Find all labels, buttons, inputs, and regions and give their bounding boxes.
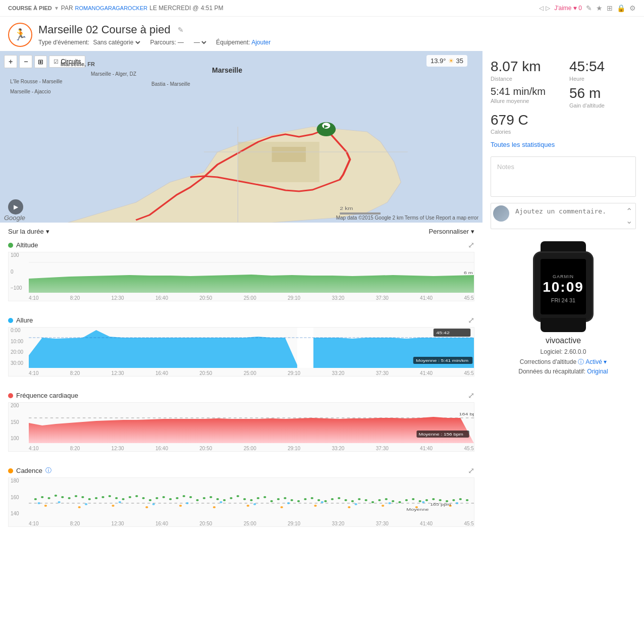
- svg-point-63: [257, 497, 259, 499]
- title-edit-icon[interactable]: ✎: [178, 26, 184, 34]
- top-bar-actions: ◁ ▷ J'aime ♥ 0 ✎ ★ ⊞ 🔒 ⚙: [539, 4, 636, 12]
- svg-point-70: [304, 498, 306, 500]
- calories-label: Calories: [491, 129, 557, 135]
- svg-point-116: [280, 506, 283, 508]
- location-label-1: L'île Rousse - Marseille: [10, 79, 63, 84]
- cadence-chart-title: Cadence ⓘ: [8, 466, 51, 475]
- svg-text:6 m: 6 m: [464, 270, 473, 275]
- like-button[interactable]: J'aime ♥ 0: [554, 5, 582, 12]
- svg-point-56: [209, 496, 212, 498]
- location-label-marseille: Marseille: [212, 66, 242, 74]
- activity-type: COURSE À PIED: [8, 5, 52, 11]
- parcours-select[interactable]: —: [192, 38, 208, 46]
- svg-text:▶: ▶: [324, 124, 329, 128]
- allure-expand-icon[interactable]: ⤢: [468, 315, 474, 325]
- svg-point-111: [112, 505, 114, 507]
- svg-point-99: [152, 503, 155, 505]
- add-equipment-link[interactable]: Ajouter: [251, 39, 271, 46]
- left-panel: 2 km ▶ + − ⊞ ☑ Circuits: [0, 51, 482, 541]
- allure-dot: [8, 318, 13, 323]
- altitude-dot: [8, 243, 13, 248]
- svg-point-80: [371, 501, 374, 503]
- altitude-chart-section: Altitude ⤢ 100 0 −100: [0, 240, 482, 309]
- cadence-chart-header: Cadence ⓘ ⤢: [8, 466, 474, 475]
- svg-point-92: [452, 499, 455, 501]
- svg-point-97: [85, 503, 87, 505]
- svg-point-58: [223, 499, 226, 501]
- duration-select[interactable]: Sur la durée ▾: [8, 228, 49, 235]
- svg-point-81: [378, 499, 381, 501]
- map-container[interactable]: 2 km ▶ + − ⊞ ☑ Circuits: [0, 51, 482, 223]
- cadence-svg: Moyenne 165 ppm: [29, 478, 474, 518]
- altitude-info-icon[interactable]: ⓘ: [578, 358, 584, 365]
- svg-point-119: [382, 505, 384, 507]
- data-value-link[interactable]: Original: [587, 368, 608, 375]
- svg-point-69: [297, 500, 300, 502]
- svg-point-113: [179, 505, 182, 507]
- prev-arrow[interactable]: ◁: [539, 5, 544, 12]
- activity-header: 🏃 Marseille 02 Course à pied ✎ Type d'év…: [0, 17, 644, 51]
- svg-point-50: [169, 498, 172, 500]
- zoom-out-button[interactable]: −: [19, 55, 32, 68]
- customize-button[interactable]: Personnaliser ▾: [429, 228, 475, 235]
- heartrate-expand-icon[interactable]: ⤢: [468, 391, 474, 400]
- watch-screen: GARMIN 10:09 FRI 24 31: [541, 259, 586, 314]
- location-label-2: Marseille - Ajaccio: [10, 89, 51, 94]
- settings-icon[interactable]: ⚙: [629, 4, 636, 12]
- wind-speed: 35: [456, 57, 463, 65]
- svg-point-53: [189, 496, 192, 498]
- event-type-label: Type d'événement: Sans catégorie: [38, 38, 142, 46]
- map-play-button[interactable]: ▶: [8, 199, 23, 214]
- like-count: 0: [578, 5, 582, 12]
- author-link[interactable]: ROMANOGARAGAROCKER: [75, 5, 148, 11]
- cadence-info-icon[interactable]: ⓘ: [45, 466, 51, 475]
- comment-input[interactable]: [513, 205, 621, 220]
- allure-chart-section: Allure ⤢ 0:00 10:00 20:00 30:00: [0, 315, 482, 385]
- layers-button[interactable]: ⊞: [34, 56, 47, 68]
- svg-point-105: [354, 503, 357, 505]
- lock-icon[interactable]: 🔒: [617, 4, 625, 12]
- notes-box[interactable]: Notes: [491, 156, 636, 197]
- edit-icon[interactable]: ✎: [586, 4, 592, 12]
- comment-expand-icon[interactable]: ⌃: [626, 206, 632, 216]
- notes-placeholder: Notes: [497, 163, 514, 171]
- all-stats-link[interactable]: Toutes les statistiques: [491, 141, 636, 148]
- distance-label: Distance: [491, 76, 557, 82]
- svg-text:45:42: 45:42: [436, 330, 450, 335]
- svg-point-59: [230, 497, 232, 499]
- cadence-chart: 180 160 140: [8, 477, 474, 527]
- svg-point-89: [432, 498, 435, 500]
- main-content: 2 km ▶ + − ⊞ ☑ Circuits: [0, 51, 644, 541]
- event-type-select[interactable]: Sans catégorie: [91, 38, 142, 46]
- star-icon[interactable]: ★: [596, 4, 603, 12]
- svg-point-112: [145, 506, 148, 508]
- comment-area: ⌃ ⌄: [491, 203, 636, 229]
- svg-marker-14: [29, 275, 474, 293]
- watch-strap-bottom: [541, 318, 586, 332]
- google-logo: Google: [4, 214, 25, 222]
- cadence-x-labels: 4:10 8:20 12:30 16:40 20:50 25:00 29:10 …: [29, 520, 474, 526]
- svg-point-68: [291, 499, 293, 501]
- comment-collapse-icon[interactable]: ⌄: [626, 216, 632, 226]
- share-icon[interactable]: ⊞: [607, 4, 613, 12]
- svg-point-77: [351, 500, 354, 502]
- altitude-expand-icon[interactable]: ⤢: [468, 240, 474, 250]
- altitude-correction-info: Corrections d'altitude ⓘ Activé ▾: [518, 357, 608, 367]
- svg-point-67: [284, 497, 286, 499]
- altitude-value-dropdown[interactable]: Activé ▾: [585, 358, 607, 365]
- next-arrow[interactable]: ▷: [546, 5, 550, 12]
- svg-point-95: [37, 502, 40, 504]
- day-label: LE MERCREDI @: [149, 5, 199, 12]
- cadence-expand-icon[interactable]: ⤢: [468, 466, 474, 475]
- svg-point-75: [338, 497, 340, 499]
- activity-info: Marseille 02 Course à pied ✎ Type d'évén…: [38, 23, 271, 46]
- svg-point-30: [34, 498, 37, 500]
- zoom-in-button[interactable]: +: [4, 55, 17, 68]
- svg-point-114: [213, 506, 216, 508]
- svg-point-62: [250, 499, 252, 501]
- pace-value: 5:41 min/km: [491, 86, 557, 97]
- avatar: [493, 205, 509, 222]
- svg-point-79: [365, 499, 367, 501]
- device-section: GARMIN 10:09 FRI 24 31 vivoactive Logici…: [491, 237, 636, 377]
- location-label-marseille-fr: Marseille, FR: [61, 61, 95, 67]
